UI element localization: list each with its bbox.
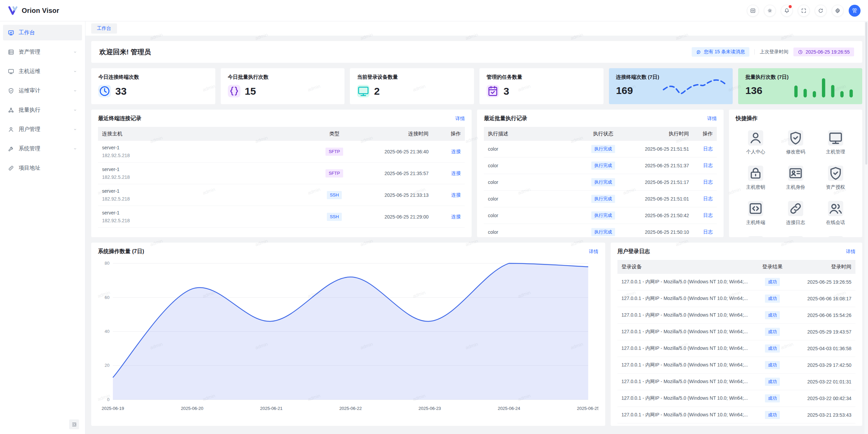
unread-messages-chip[interactable]: 您有 15 条未读消息 (692, 47, 749, 57)
exec-description: color (484, 191, 583, 207)
log-link[interactable]: 日志 (703, 146, 713, 151)
clock-icon (798, 50, 803, 55)
login-logs-detail-link[interactable]: 详情 (846, 249, 855, 255)
sidebar-item-host-ops[interactable]: 主机运维 (3, 63, 82, 79)
welcome-card: 欢迎回来! 管理员 您有 15 条未读消息 上次登录时间 2025-06-25 … (91, 41, 862, 63)
login-device: 127.0.0.1 - 内网IP - Mozilla/5.0 (Windows … (617, 357, 755, 374)
exec-records-table: 执行描述执行状态执行时间操作color执行完成2025-06-25 21:51:… (484, 127, 717, 237)
quick-action-label: 在线会话 (826, 220, 845, 226)
sidebar-item-audit[interactable]: 运维审计 (3, 83, 82, 98)
quick-action-host-identity[interactable]: 主机身份 (776, 166, 816, 190)
exec-time: 2025-06-25 21:50:10 (624, 224, 693, 238)
sidebar-item-project[interactable]: 项目地址 (3, 160, 82, 176)
connect-link[interactable]: 连接 (451, 149, 461, 154)
last-login-label: 上次登录时间 (760, 49, 788, 55)
sidebar-item-assets[interactable]: 资产管理 (3, 44, 82, 60)
settings-icon (835, 8, 841, 14)
login-device: 127.0.0.1 - 内网IP - Mozilla/5.0 (Windows … (617, 324, 755, 340)
quick-action-label: 主机管理 (826, 149, 845, 155)
workbench-icon (8, 30, 14, 36)
breadcrumb-tab-workbench[interactable]: 工作台 (91, 23, 117, 34)
quick-action-personal-center[interactable]: 个人中心 (736, 130, 776, 155)
login-result-badge: 成功 (765, 295, 780, 303)
column-header-desc: 执行描述 (484, 127, 583, 141)
log-link[interactable]: 日志 (703, 196, 713, 201)
quick-action-online-sessions[interactable]: 在线会话 (815, 201, 855, 226)
connect-link[interactable]: 连接 (451, 214, 461, 219)
avatar[interactable]: 管 (849, 5, 861, 17)
login-time: 2025-03-21 23:53:43 (789, 407, 855, 423)
login-result-badge: 成功 (765, 328, 780, 336)
column-header-action: 操作 (433, 127, 465, 141)
message-icon (696, 50, 701, 55)
welcome-title: 欢迎回来! 管理员 (99, 48, 151, 57)
login-log-row: 127.0.0.1 - 内网IP - Mozilla/5.0 (Windows … (617, 307, 855, 324)
quick-action-host-management[interactable]: 主机管理 (815, 130, 855, 155)
log-link[interactable]: 日志 (703, 229, 713, 234)
sidebar-item-label: 资产管理 (19, 49, 68, 56)
log-link[interactable]: 日志 (703, 163, 713, 168)
sidebar-item-label: 用户管理 (19, 126, 68, 133)
exec-records-detail-link[interactable]: 详情 (707, 116, 717, 122)
theme-button[interactable] (764, 5, 776, 17)
exec-status-badge: 执行完成 (591, 195, 615, 203)
svg-text:2025-06-20: 2025-06-20 (181, 406, 203, 411)
exec-records-panel: 最近批量执行记录 详情 执行描述执行状态执行时间操作color执行完成2025-… (477, 110, 724, 237)
quick-action-file-operation-logs[interactable]: 文件操作日志 (736, 236, 776, 237)
quick-action-asset-authorization[interactable]: 资产授权 (815, 166, 855, 190)
quick-action-connection-logs[interactable]: 连接日志 (776, 201, 816, 226)
task-icon (487, 85, 499, 97)
quick-action-change-password[interactable]: 修改密码 (776, 130, 816, 155)
login-log-row: 127.0.0.1 - 内网IP - Mozilla/5.0 (Windows … (617, 290, 855, 307)
app-title: Orion Visor (22, 7, 59, 15)
sidebar-item-label: 主机运维 (19, 68, 68, 75)
last-login-time: 2025-06-25 19:26:55 (806, 49, 850, 55)
terminal-record-row: server-1182.92.5.218SFTP2025-06-25 21:35… (98, 163, 465, 184)
header-actions: 管 (747, 5, 861, 17)
connect-link[interactable]: 连接 (451, 192, 461, 197)
system-operations-detail-link[interactable]: 详情 (589, 249, 598, 255)
quick-action-host-keys[interactable]: 主机密钥 (736, 166, 776, 190)
code-button[interactable] (747, 5, 759, 17)
code-square-icon (748, 201, 763, 216)
monitor-icon (828, 130, 843, 146)
login-time: 2025-05-29 19:43:57 (789, 324, 855, 340)
scrollbar-thumb[interactable] (865, 22, 867, 165)
sidebar-item-workbench[interactable]: 工作台 (3, 25, 82, 40)
exec-record-row: color执行完成2025-06-25 21:51:01日志 (484, 191, 717, 207)
notifications-button[interactable] (781, 5, 793, 17)
login-result-badge: 成功 (765, 378, 780, 386)
unread-messages-text: 您有 15 条未读消息 (704, 49, 745, 55)
sidebar-item-label: 运维审计 (19, 87, 68, 94)
fullscreen-button[interactable] (798, 5, 810, 17)
sidebar-item-batch[interactable]: 批量执行 (3, 102, 82, 118)
collapse-sidebar-button[interactable] (69, 419, 79, 429)
host-ip: 182.92.5.218 (102, 196, 312, 202)
svg-text:2025-06-21: 2025-06-21 (260, 406, 282, 411)
exec-record-row: color执行完成2025-06-25 21:50:42日志 (484, 207, 717, 224)
page-scrollbar[interactable] (865, 21, 868, 434)
connect-link[interactable]: 连接 (451, 170, 461, 176)
host-ip: 182.92.5.218 (102, 153, 312, 158)
settings-button[interactable] (832, 5, 844, 17)
quick-action-command-execution[interactable]: 命令执行 (776, 236, 816, 237)
svg-text:0: 0 (107, 397, 110, 402)
terminal-records-detail-link[interactable]: 详情 (455, 116, 465, 122)
quick-action-execution-logs[interactable]: 执行日志 (815, 236, 855, 237)
brand: Orion Visor (7, 5, 59, 16)
stat-card-title: 今日连接终端次数 (98, 74, 208, 80)
log-link[interactable]: 日志 (703, 179, 713, 185)
stat-card-value: 33 (115, 86, 126, 97)
connection-time: 2025-06-25 21:33:13 (353, 184, 433, 206)
sidebar-item-system[interactable]: 系统管理 (3, 141, 82, 156)
clock-icon (98, 85, 111, 97)
sidebar-item-users[interactable]: 用户管理 (3, 121, 82, 137)
log-link[interactable]: 日志 (703, 212, 713, 218)
exec-record-row: color执行完成2025-06-25 21:51:37日志 (484, 157, 717, 174)
welcome-meta: 您有 15 条未读消息 上次登录时间 2025-06-25 19:26:55 (692, 47, 854, 57)
quick-action-host-terminal[interactable]: 主机终端 (736, 201, 776, 226)
refresh-button[interactable] (815, 5, 827, 17)
orion-logo-icon (7, 5, 18, 16)
system-operations-chart: 0204060802025-06-192025-06-202025-06-212… (98, 257, 598, 417)
stat-card-value: 169 (616, 85, 633, 96)
